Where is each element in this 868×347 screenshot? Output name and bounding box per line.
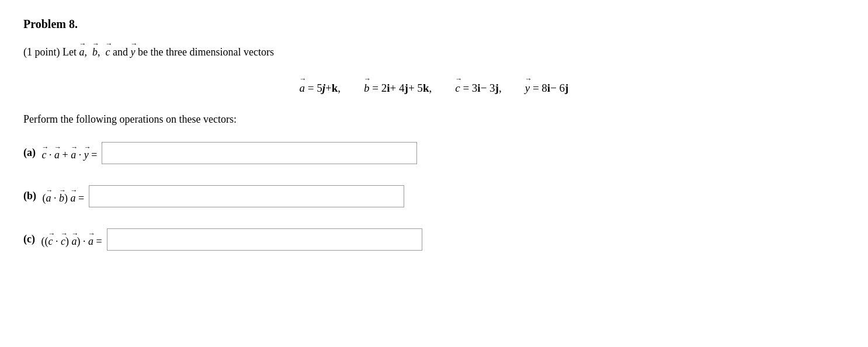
problem-title: Problem 8. (23, 18, 845, 31)
intro-text: (1 point) Let (23, 46, 79, 58)
eq-b: b = 2i + 4j + 5k, (364, 74, 432, 98)
eq-c: c = 3i − 3j, (455, 74, 501, 98)
vector-b-inline: b (92, 39, 98, 61)
part-a-input[interactable] (102, 142, 417, 164)
part-a-label: (a) (23, 145, 36, 161)
equations-display: a = 5j + k, b = 2i + 4j + 5k, c = 3i − 3… (23, 74, 845, 98)
eq-a: a = 5j + k, (300, 74, 341, 98)
part-c-label: (c) (23, 231, 35, 247)
and-text: and (113, 46, 131, 58)
vector-y-inline: y (130, 39, 135, 61)
part-c-expression: ((c · c) a) · a = (41, 229, 102, 249)
intro-line: (1 point) Let a, b, c and y be the three… (23, 39, 845, 61)
eq-y: y = 8i − 6j (525, 74, 569, 98)
part-b-label: (b) (23, 188, 36, 204)
vector-a-inline: a (79, 39, 84, 61)
perform-line: Perform the following operations on thes… (23, 113, 845, 126)
part-c-input[interactable] (107, 228, 422, 251)
problem-part-b: (b) (a · b) a = (23, 185, 845, 207)
part-b-input[interactable] (89, 185, 404, 207)
part-a-expression: c · a + a · y = (42, 143, 98, 163)
part-b-expression: (a · b) a = (43, 186, 85, 206)
problem-part-a: (a) c · a + a · y = (23, 142, 845, 164)
desc-text: be the three dimensional vectors (138, 46, 274, 58)
vector-c-inline: c (105, 39, 110, 61)
problem-part-c: (c) ((c · c) a) · a = (23, 228, 845, 251)
